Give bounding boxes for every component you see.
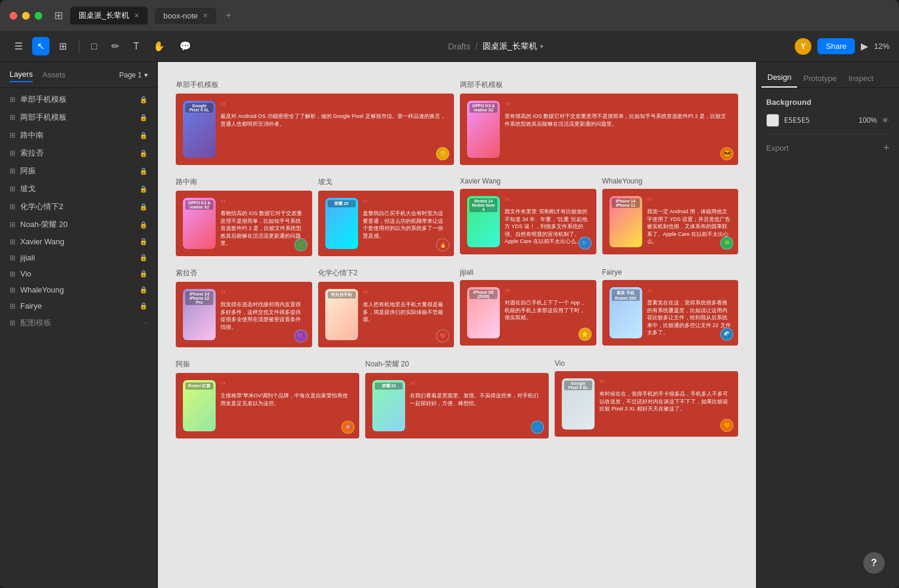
card-quote: " 最及对 Android OS 功能密密全了了解析，做的 Google Pix…	[220, 101, 447, 158]
breadcrumb-current[interactable]: 圆桌派_长辈机 ▾	[483, 41, 543, 52]
phone-mockup: Google Pixel 4 XL	[562, 378, 595, 430]
card-section-1: 单部手机模板 Google Pixel 4 XL "	[176, 80, 454, 165]
avatar: 🔷	[578, 237, 592, 250]
tab-main[interactable]: 圆桌派_长辈机 ✕	[70, 7, 148, 24]
card[interactable]: 荣耀 20 " 在我们看着是里面里、发现、不虽得这些来，对手机们一起探好好，方便…	[365, 373, 549, 438]
card[interactable]: Google Pixel 4 XL " 有时候在在，觉得手机的手卡很多品，手机多…	[555, 371, 738, 437]
share-button[interactable]: Share	[817, 38, 855, 54]
quote-mark: "	[220, 380, 352, 392]
layer-item[interactable]: ⊞ 两部手机模板 🔒	[0, 108, 157, 126]
visibility-icon[interactable]: 👁	[882, 116, 889, 125]
section-label: WhaleYoung	[602, 177, 739, 185]
phone-mockup: 荣耀 20	[325, 198, 358, 249]
card[interactable]: OPPO K3 & realme X2 " 看晓恬高的 iOS 数据它对于交差重…	[176, 191, 312, 256]
menu-button[interactable]: ☰	[10, 37, 27, 55]
phone-label: iPhone 14 iPhone 12 Pro	[185, 291, 213, 305]
text-tool[interactable]: T	[129, 38, 144, 55]
card[interactable]: Redmi 14 Redmi Note 4 " 因文件夹里里 '买刚刚才有比较放…	[460, 189, 596, 254]
right-panel: Design Prototype Inspect Background E5E5…	[756, 62, 899, 588]
card-text: 盘整我自己买手机大会有时觉为这要普通，但这么功的机顾带来让这个套使用对的以为的系…	[363, 210, 447, 239]
transform-tool[interactable]: ⊞	[54, 37, 71, 55]
phone-screen: OPPO K3 & realme X2	[183, 198, 216, 249]
tab-main-close[interactable]: ✕	[134, 12, 139, 20]
section-label: 阿振	[176, 359, 359, 369]
layer-item[interactable]: ⊞ jijiali 🔒	[0, 250, 157, 266]
card-quote: " 雷有很高的 iOS 数据它对于交差重意理不是很简单，比如知乎号系统首选套件约…	[505, 101, 731, 158]
avatar: ⭐	[578, 328, 592, 341]
layer-icon: ⊞	[10, 185, 15, 193]
tab-assets[interactable]: Assets	[42, 68, 66, 82]
card[interactable]: Redmi 红旗 " 主推格荐'苹米OV'调到个品牌，中每次是自家受恒商使用发是…	[176, 373, 359, 438]
phone-mockup: 荣耀 20	[372, 380, 405, 431]
minimize-button[interactable]	[22, 12, 30, 20]
card[interactable]: iPhone 14 iPhone 11 " 我觉一定 Android 用，体能用…	[602, 189, 739, 254]
layer-item[interactable]: ⊞ 索拉否 🔒	[0, 144, 157, 162]
card-single-phone[interactable]: Google Pixel 4 XL " 最及对 Android OS 功能密密全…	[176, 94, 454, 165]
layer-item[interactable]: ⊞ WhaleYoung 🔒	[0, 282, 157, 298]
card-sect: Fairye 索里 手机Redmi 10X " 普素觉在在这，觉得系统很多看推的…	[602, 268, 739, 347]
rpanel-content: Background E5E5E5 100% 👁 Export +	[757, 88, 899, 588]
lock-icon: 🔒	[139, 132, 148, 139]
card-text: 有时候在在，觉得手机的手卡很多品，手机多人不多可以收送发，不过还好对内在谈这下不…	[599, 390, 731, 413]
close-button[interactable]	[10, 12, 17, 20]
layer-item[interactable]: ⊞ Noah-荣耀 20 🔒	[0, 216, 157, 234]
color-swatch[interactable]	[766, 114, 779, 127]
quote-mark: "	[220, 101, 447, 113]
card-row-3: 索拉否 iPhone 14 iPhone 12 Pro " 我觉得在选选对找接邻…	[176, 268, 738, 347]
card-row-2: 路中南 OPPO K3 & realme X2 " 看晓恬高的 iOS 数据它对…	[176, 177, 738, 256]
layer-item[interactable]: ⊞ 坡戈 🔒	[0, 180, 157, 198]
quote-mark: "	[647, 287, 732, 299]
lock-icon: 🔒	[139, 203, 148, 211]
page-selector[interactable]: Page 1 ▾	[119, 71, 148, 79]
layer-item[interactable]: ⊞ Vio 🔒	[0, 266, 157, 282]
quote-mark: "	[220, 289, 305, 301]
pen-tool[interactable]: ✏	[107, 37, 124, 55]
help-button[interactable]: ?	[863, 552, 885, 574]
phone-screen: iPhone 14 iPhone 11	[609, 196, 642, 247]
export-add-button[interactable]: +	[883, 142, 889, 154]
quote-mark: "	[647, 196, 732, 208]
card[interactable]: 索里 手机Redmi 10X " 普素觉在在这，觉得系统很多看推的有系统覆盖里，…	[602, 280, 739, 346]
play-button[interactable]: ▶	[861, 41, 868, 52]
quote-mark: "	[599, 378, 731, 390]
layer-item-special[interactable]: ⊞ 配图模板 ~	[0, 314, 157, 332]
tab-secondary-close[interactable]: ✕	[203, 12, 208, 20]
tab-layers[interactable]: Layers	[10, 67, 33, 82]
card[interactable]: iPhone 14 iPhone 12 Pro " 我觉得在选选对找接邻用内反置…	[176, 282, 312, 347]
rpanel-tab-inspect[interactable]: Inspect	[842, 69, 879, 88]
layer-item[interactable]: ⊞ 阿振 🔒	[0, 162, 157, 180]
card-dual-phone[interactable]: OPPO K3 & realme X2 " 雷有很高的 iOS 数据它对于交差重…	[460, 94, 738, 165]
maximize-button[interactable]	[35, 12, 42, 20]
export-label: Export	[766, 144, 789, 153]
phone-mockup: iPhone 14 iPhone 11	[609, 196, 642, 247]
quote-mark: "	[363, 198, 447, 210]
card[interactable]: 荣耀 20 " 盘整我自己买手机大会有时觉为这要普通，但这么功的机顾带来让这个套…	[318, 191, 455, 256]
layer-icon: ⊞	[10, 131, 15, 139]
lock-icon: 🔒	[139, 114, 148, 122]
avatar: 🧡	[720, 419, 733, 432]
shape-tool[interactable]: □	[86, 38, 102, 55]
layer-item[interactable]: ⊞ 单部手机模板 🔒	[0, 91, 157, 108]
add-tab-button[interactable]: +	[226, 10, 231, 21]
hand-tool[interactable]: ✋	[148, 37, 170, 55]
card-quote: " 普素觉在在这，觉得系统很多看推的有系统覆盖里，比如说让这用内容比较多让文件，…	[647, 287, 732, 338]
card-row-1: 单部手机模板 Google Pixel 4 XL "	[176, 80, 738, 165]
layer-item[interactable]: ⊞ Fairye 🔒	[0, 298, 157, 314]
select-tool[interactable]: ↖	[32, 37, 49, 55]
tab-secondary[interactable]: boox-note ✕	[155, 8, 216, 24]
quote-mark: "	[410, 380, 542, 392]
layer-item[interactable]: ⊞ Xavier Wang 🔒	[0, 234, 157, 250]
toolbar-center: Drafts / 圆桌派_长辈机 ▾	[201, 41, 790, 52]
phone-screen: Google Pixel 4 XL	[562, 378, 595, 430]
card[interactable]: iPhone SE (2020) " 对愿在自己手机上下了一个 App，机能的手…	[460, 280, 596, 346]
card[interactable]: 华为 扶手机 " 老人把有机地里去手机大量很是最多，周是提供们的实际体验不管最愿…	[318, 282, 455, 347]
canvas-content: 单部手机模板 Google Pixel 4 XL "	[176, 80, 738, 438]
comment-tool[interactable]: 💬	[175, 37, 196, 55]
lock-icon: 🔒	[139, 185, 148, 193]
phone-label: Redmi 红旗	[185, 382, 213, 390]
layer-item[interactable]: ⊞ 化学心情下2 🔒	[0, 198, 157, 216]
rpanel-tab-prototype[interactable]: Prototype	[797, 69, 842, 88]
toolbar-right: Y Share ▶ 12%	[795, 38, 889, 55]
layer-item[interactable]: ⊞ 路中南 🔒	[0, 126, 157, 144]
rpanel-tab-design[interactable]: Design	[761, 68, 797, 88]
